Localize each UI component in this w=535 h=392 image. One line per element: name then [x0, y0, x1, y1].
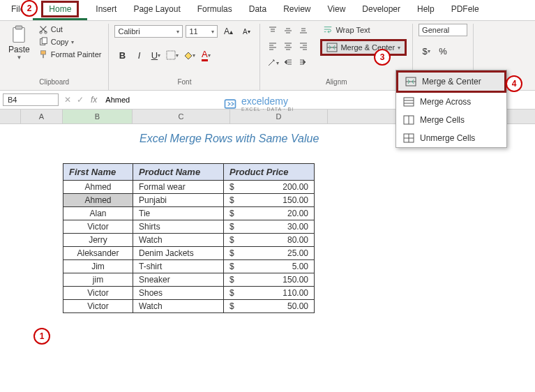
tab-data[interactable]: Data: [241, 0, 275, 20]
table-row[interactable]: Jim T-shirt $5.00: [63, 260, 315, 273]
cell-name[interactable]: jim: [63, 273, 133, 287]
align-center-button[interactable]: [281, 39, 295, 53]
currency-button[interactable]: $▾: [419, 43, 434, 59]
italic-button[interactable]: I: [131, 47, 146, 63]
increase-indent-button[interactable]: [296, 56, 310, 70]
cell-product[interactable]: Shirts: [133, 220, 224, 234]
underline-button[interactable]: U▾: [148, 47, 163, 63]
chevron-down-icon: ▾: [398, 45, 400, 51]
align-middle-button[interactable]: [281, 24, 295, 38]
align-left-button[interactable]: [266, 39, 280, 53]
cell-product[interactable]: Sneaker: [133, 273, 224, 287]
align-top-button[interactable]: [266, 24, 280, 38]
brush-icon: [38, 50, 48, 59]
col-header-d[interactable]: D: [230, 110, 328, 123]
cell-product[interactable]: Watch: [133, 234, 224, 247]
format-painter-button[interactable]: Format Painter: [37, 49, 103, 60]
cell-product[interactable]: Formal wear: [133, 181, 224, 194]
cell-price[interactable]: $150.00: [224, 273, 315, 287]
cell-price[interactable]: $30.00: [224, 220, 315, 234]
merge-cells-item[interactable]: Merge Cells: [396, 111, 506, 129]
cell-product[interactable]: Shoes: [133, 287, 224, 300]
enter-icon[interactable]: ✓: [74, 95, 86, 105]
cell-name[interactable]: Victor: [63, 300, 133, 313]
table-row[interactable]: Victor Shoes $110.00: [63, 287, 315, 300]
col-header-a[interactable]: A: [21, 110, 63, 123]
font-color-button[interactable]: A▾: [198, 47, 213, 63]
tab-home[interactable]: Home: [33, 0, 87, 20]
unmerge-cells-item[interactable]: Unmerge Cells: [396, 129, 506, 147]
decrease-font-button[interactable]: A▾: [239, 24, 254, 39]
tab-developer[interactable]: Developer: [354, 0, 409, 20]
tab-pdf[interactable]: PDFele: [443, 0, 488, 20]
cell-product[interactable]: Punjabi: [133, 194, 224, 207]
cell-name[interactable]: Jerry: [63, 234, 133, 247]
cell-product[interactable]: T-shirt: [133, 260, 224, 273]
callout-2: 2: [21, 0, 38, 17]
fx-icon[interactable]: fx: [86, 95, 101, 105]
cell-price[interactable]: $25.00: [224, 247, 315, 260]
merge-dropdown-menu: Merge & Center Merge Across Merge Cells …: [395, 70, 507, 148]
paste-button[interactable]: Paste ▼: [6, 24, 33, 62]
percent-button[interactable]: %: [435, 43, 451, 59]
tab-view[interactable]: View: [319, 0, 354, 20]
font-size-combo[interactable]: 11▾: [186, 25, 218, 38]
merge-across-item[interactable]: Merge Across: [396, 93, 506, 111]
cut-button[interactable]: Cut: [37, 24, 103, 35]
cell-product[interactable]: Watch: [133, 300, 224, 313]
fill-color-button[interactable]: ▾: [181, 47, 197, 63]
table-row[interactable]: Victor Watch $50.00: [63, 300, 315, 313]
table-row[interactable]: Aleksander Denim Jackets $25.00: [63, 247, 315, 260]
tab-page-layout[interactable]: Page Layout: [125, 0, 188, 20]
select-all-corner[interactable]: [0, 110, 21, 123]
cell-price[interactable]: $200.00: [224, 181, 315, 194]
number-format-combo[interactable]: General: [419, 24, 467, 36]
table-row[interactable]: Jerry Watch $80.00: [63, 234, 315, 247]
tab-help[interactable]: Help: [409, 0, 443, 20]
decrease-indent-button[interactable]: [281, 56, 295, 70]
table-row[interactable]: jim Sneaker $150.00: [63, 273, 315, 287]
increase-font-button[interactable]: A▴: [220, 24, 236, 39]
cell-price[interactable]: $50.00: [224, 300, 315, 313]
wrap-text-button[interactable]: Wrap Text: [320, 24, 407, 36]
table-row[interactable]: Ahmed Punjabi $150.00: [63, 194, 315, 207]
cell-name[interactable]: Alan: [63, 207, 133, 220]
cell-product[interactable]: Tie: [133, 207, 224, 220]
table-row[interactable]: Ahmed Formal wear $200.00: [63, 181, 315, 194]
cell-name[interactable]: Victor: [63, 220, 133, 234]
col-header-c[interactable]: C: [133, 110, 230, 123]
tab-formulas[interactable]: Formulas: [189, 0, 241, 20]
cell-name[interactable]: Victor: [63, 287, 133, 300]
table-header-row: First Name Product Name Product Price: [63, 164, 315, 181]
cell-price[interactable]: $5.00: [224, 260, 315, 273]
cell-name[interactable]: Aleksander: [63, 247, 133, 260]
table-row[interactable]: Victor Shirts $30.00: [63, 220, 315, 234]
col-header-b[interactable]: B: [63, 110, 133, 123]
name-box[interactable]: B4: [3, 93, 59, 106]
cell-price[interactable]: $20.00: [224, 207, 315, 220]
cell-price[interactable]: $110.00: [224, 287, 315, 300]
cell-name[interactable]: Ahmed: [63, 181, 133, 194]
orientation-button[interactable]: ▾: [266, 56, 280, 70]
font-name-combo[interactable]: Calibri▾: [114, 25, 183, 38]
cancel-icon[interactable]: ✕: [61, 95, 74, 105]
cell-price[interactable]: $150.00: [224, 194, 315, 207]
tab-insert[interactable]: Insert: [87, 0, 125, 20]
cell-name[interactable]: Ahmed: [63, 194, 133, 207]
table-row[interactable]: Alan Tie $20.00: [63, 207, 315, 220]
scissors-icon: [38, 24, 48, 34]
merge-center-button[interactable]: Merge & Center ▾: [320, 39, 407, 56]
merge-across-icon: [403, 97, 414, 107]
cell-product[interactable]: Denim Jackets: [133, 247, 224, 260]
align-bottom-button[interactable]: [296, 24, 310, 38]
callout-1: 1: [33, 328, 50, 345]
tab-review[interactable]: Review: [275, 0, 319, 20]
cell-name[interactable]: Jim: [63, 260, 133, 273]
cell-price[interactable]: $80.00: [224, 234, 315, 247]
merge-center-item[interactable]: Merge & Center: [396, 70, 506, 93]
bold-button[interactable]: B: [114, 47, 130, 63]
copy-button[interactable]: Copy▾: [37, 36, 103, 47]
border-button[interactable]: ▾: [165, 47, 180, 63]
clipboard-group-label: Clipboard: [6, 77, 103, 87]
align-right-button[interactable]: [296, 39, 310, 53]
